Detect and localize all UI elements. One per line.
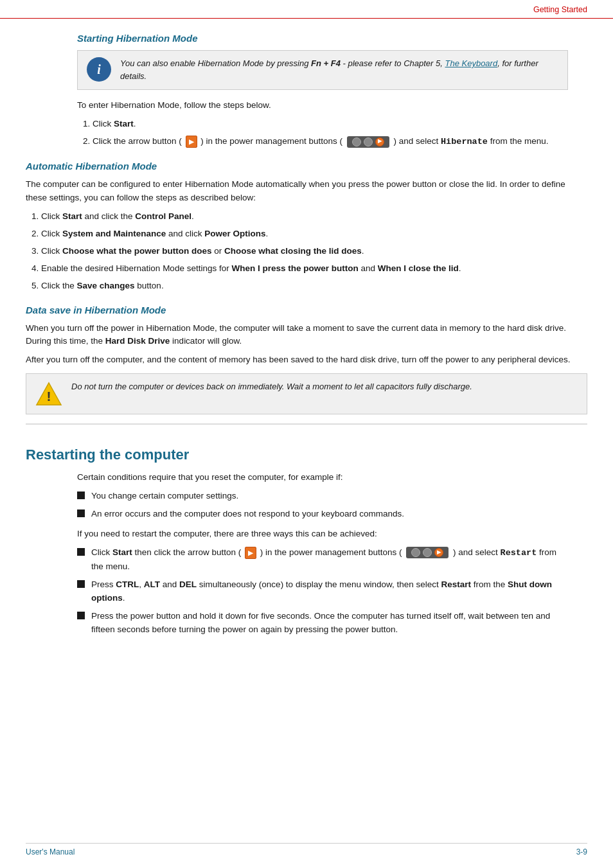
restart-way-2: Press CTRL, ALT and DEL simultaneously (… xyxy=(77,578,568,605)
warning-icon: ! xyxy=(35,380,62,407)
restarting-intro: Certain conditions require that you rese… xyxy=(77,471,568,484)
starting-step-2: Click the arrow button ( ▶ ) in the powe… xyxy=(93,135,568,149)
arrow-btn-restart: ▶ xyxy=(245,547,256,560)
info-box-text: You can also enable Hibernation Mode by … xyxy=(120,57,558,83)
auto-hib-steps: Click Start and click the Control Panel.… xyxy=(41,210,587,293)
restart-way-1: Click Start then click the arrow button … xyxy=(77,546,568,574)
restarting-section: Restarting the computer Certain conditio… xyxy=(26,423,587,636)
pbtn-arrow: ▶ xyxy=(434,548,443,557)
condition-1: You change certain computer settings. xyxy=(77,490,568,503)
power-btn-1 xyxy=(352,137,361,146)
restarting-title: Restarting the computer xyxy=(26,447,587,463)
power-buttons-restart: ▶ xyxy=(406,547,449,558)
data-save-section: Data save in Hibernation Mode When you t… xyxy=(26,305,587,415)
auto-step-2: Click System and Maintenance and click P… xyxy=(41,227,587,241)
info-box-starting: i You can also enable Hibernation Mode b… xyxy=(77,50,568,90)
auto-step-4: Enable the desired Hibernation Mode sett… xyxy=(41,262,587,276)
restarting-content: Certain conditions require that you rese… xyxy=(77,471,568,636)
header-text: Getting Started xyxy=(533,5,587,14)
auto-step-1: Click Start and click the Control Panel. xyxy=(41,210,587,224)
keyboard-link[interactable]: The Keyboard xyxy=(445,58,498,68)
bullet-2 xyxy=(77,509,85,517)
warning-text: Do not turn the computer or devices back… xyxy=(71,380,472,393)
data-save-para2: After you turn off the computer, and the… xyxy=(26,353,587,367)
auto-hib-title: Automatic Hibernation Mode xyxy=(26,161,587,172)
arrow-button-inline: ▶ xyxy=(186,136,197,148)
footer-left: User's Manual xyxy=(26,847,75,856)
starting-step-1: Click Start. xyxy=(93,118,568,131)
starting-hib-intro: To enter Hibernation Mode, follow the st… xyxy=(77,99,568,112)
restarting-ways: Click Start then click the arrow button … xyxy=(77,546,568,637)
page-footer: User's Manual 3-9 xyxy=(26,843,587,856)
info-icon: i xyxy=(87,57,111,82)
starting-hib-title: Starting Hibernation Mode xyxy=(77,33,568,44)
pbtn-1 xyxy=(411,548,420,557)
restart-way-3: Press the power button and hold it down … xyxy=(77,610,568,637)
svg-text:!: ! xyxy=(47,389,51,404)
power-btn-2 xyxy=(364,137,373,146)
auto-step-5: Click the Save changes button. xyxy=(41,279,587,293)
power-btn-arrow: ▶ xyxy=(375,137,384,146)
data-save-title: Data save in Hibernation Mode xyxy=(26,305,587,315)
warning-box: ! Do not turn the computer or devices ba… xyxy=(26,373,587,414)
auto-hib-body: The computer can be configured to enter … xyxy=(26,178,587,205)
starting-hib-steps: Click Start. Click the arrow button ( ▶ … xyxy=(93,118,568,149)
pbtn-2 xyxy=(423,548,432,557)
auto-step-3: Click Choose what the power button does … xyxy=(41,245,587,258)
bullet-1 xyxy=(77,492,85,499)
starting-hibernation-section: Starting Hibernation Mode i You can also… xyxy=(77,33,568,149)
condition-2: An error occurs and the computer does no… xyxy=(77,508,568,521)
bullet-5 xyxy=(77,612,85,619)
page-header: Getting Started xyxy=(0,0,613,19)
footer-right: 3-9 xyxy=(576,847,587,856)
restarting-conditions: You change certain computer settings. An… xyxy=(77,490,568,521)
auto-hibernation-section: Automatic Hibernation Mode The computer … xyxy=(26,161,587,292)
restarting-ways-intro: If you need to restart the computer, the… xyxy=(77,527,568,541)
power-buttons-image: ▶ xyxy=(347,136,389,148)
bullet-3 xyxy=(77,548,85,556)
data-save-para1: When you turn off the power in Hibernati… xyxy=(26,322,587,349)
bullet-4 xyxy=(77,580,85,588)
